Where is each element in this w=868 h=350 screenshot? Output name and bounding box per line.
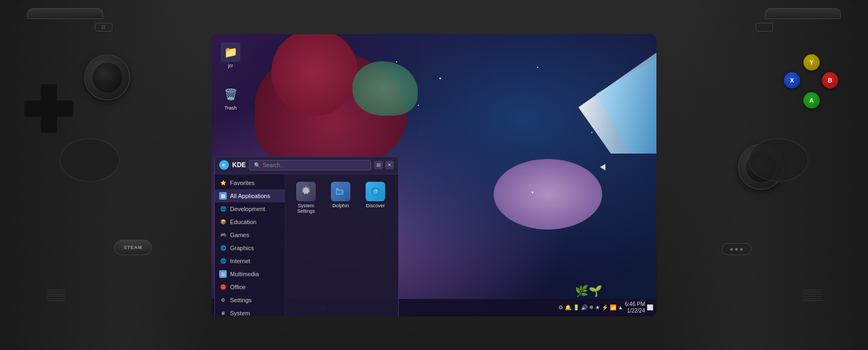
kde-header-btn-1[interactable]: ⊞ bbox=[374, 161, 383, 169]
dpad-vertical bbox=[41, 84, 57, 133]
bluetooth-icon[interactable]: ★ bbox=[595, 304, 600, 310]
dot bbox=[730, 248, 733, 251]
sidebar-item-office[interactable]: 🔴 Office bbox=[215, 281, 285, 294]
network-icon[interactable]: 📶 bbox=[610, 304, 616, 310]
system-settings-icon bbox=[296, 182, 316, 201]
desktop-icons: 📁 jcr 🗑️ Trash bbox=[217, 42, 244, 111]
jcr-icon: 📁 bbox=[224, 46, 238, 59]
comet bbox=[505, 45, 656, 154]
cloud-red bbox=[255, 50, 407, 170]
search-placeholder: Search... bbox=[263, 162, 284, 168]
star bbox=[396, 61, 397, 62]
dpad[interactable] bbox=[24, 84, 73, 133]
kde-logo: K bbox=[219, 160, 229, 170]
shoulder-button-left[interactable] bbox=[27, 8, 103, 19]
star bbox=[537, 67, 538, 68]
favorites-icon: ⭐ bbox=[219, 179, 227, 187]
dolphin-label: Dolphin bbox=[333, 203, 349, 209]
system-icon: 🖥 bbox=[219, 309, 227, 316]
sidebar-item-internet[interactable]: 🌐 Internet bbox=[215, 254, 285, 268]
app-discover[interactable]: Discover bbox=[359, 179, 392, 218]
kde-menu: K KDE 🔍 Search... ⊞ ✕ bbox=[214, 156, 399, 316]
desktop-icon-trash[interactable]: 🗑️ Trash bbox=[217, 85, 244, 111]
cursor bbox=[600, 164, 605, 170]
vent-left bbox=[46, 289, 65, 301]
screen: 🌿🌱 📁 jcr 🗑️ Trash bbox=[212, 34, 656, 316]
star bbox=[439, 78, 441, 79]
star bbox=[532, 192, 533, 193]
dot bbox=[735, 248, 738, 251]
sidebar-item-multimedia[interactable]: ▦ Multimedia bbox=[215, 268, 285, 281]
kde-sidebar: ⭐ Favorites ▦ All Applications 🌐 Develop… bbox=[215, 174, 285, 316]
kde-search-box[interactable]: 🔍 Search... bbox=[249, 160, 371, 170]
vent-right bbox=[803, 289, 822, 301]
abxy-buttons: Y X B A bbox=[784, 54, 838, 109]
games-label: Games bbox=[230, 232, 249, 238]
top-button-right[interactable] bbox=[756, 23, 773, 31]
screen-bezel: 🌿🌱 📁 jcr 🗑️ Trash bbox=[212, 34, 656, 316]
app-system-settings[interactable]: SystemSettings bbox=[290, 179, 322, 218]
office-icon: 🔴 bbox=[219, 283, 227, 291]
steam-label: STEAM bbox=[124, 245, 142, 250]
system-label: System bbox=[230, 310, 250, 316]
trackpad-left[interactable] bbox=[60, 138, 119, 182]
discover-icon bbox=[366, 182, 385, 201]
taskbar-clock[interactable]: 6:46 PM 1/22/24 bbox=[625, 301, 645, 314]
screen-icon[interactable]: ⬜ bbox=[647, 304, 653, 310]
sidebar-item-development[interactable]: 🌐 Development bbox=[215, 202, 285, 215]
search-icon: 🔍 bbox=[254, 162, 260, 168]
b-button[interactable]: B bbox=[822, 72, 838, 88]
y-button[interactable]: Y bbox=[803, 54, 820, 71]
app-dolphin[interactable]: Dolphin bbox=[324, 179, 357, 218]
volume-icon[interactable]: 🔊 bbox=[581, 304, 588, 310]
multimedia-icon: ▦ bbox=[219, 270, 227, 278]
development-label: Development bbox=[230, 206, 265, 212]
education-label: Education bbox=[230, 219, 257, 225]
kde-menu-header: K KDE 🔍 Search... ⊞ ✕ bbox=[215, 157, 398, 174]
desktop-icon-jcr[interactable]: 📁 jcr bbox=[217, 42, 244, 68]
tray-arrow[interactable]: ▲ bbox=[618, 304, 623, 310]
multimedia-label: Multimedia bbox=[230, 271, 259, 277]
top-button-left[interactable]: ⊟ bbox=[95, 23, 112, 31]
system-settings-label: SystemSettings bbox=[297, 203, 315, 215]
trackpad-right[interactable] bbox=[749, 138, 808, 182]
power-icon[interactable]: ⚡ bbox=[602, 304, 608, 310]
sidebar-item-settings[interactable]: ⚙ Settings bbox=[215, 294, 285, 307]
shoulder-button-right[interactable] bbox=[765, 8, 841, 19]
jcr-label: jcr bbox=[228, 63, 233, 68]
steam-deck-device: STEAM ⊟ Y X bbox=[0, 0, 868, 350]
time-display: 6:46 PM bbox=[625, 301, 645, 308]
sidebar-item-favorites[interactable]: ⭐ Favorites bbox=[215, 176, 285, 189]
device-left-body: STEAM ⊟ bbox=[0, 0, 212, 350]
sidebar-item-education[interactable]: 📦 Education bbox=[215, 215, 285, 228]
joystick-left[interactable] bbox=[84, 54, 130, 100]
snow-icon[interactable]: ❄ bbox=[589, 304, 593, 310]
settings-tray-icon[interactable]: ⚙ bbox=[558, 304, 563, 310]
kde-header-btn-close[interactable]: ✕ bbox=[385, 161, 394, 169]
kde-title: KDE bbox=[232, 161, 246, 169]
device-right-body: Y X B A bbox=[656, 0, 868, 350]
office-label: Office bbox=[230, 284, 246, 290]
all-apps-icon: ▦ bbox=[219, 192, 227, 200]
education-icon: 📦 bbox=[219, 218, 227, 226]
dot bbox=[740, 248, 743, 251]
settings-label: Settings bbox=[230, 297, 252, 303]
sidebar-item-system[interactable]: 🖥 System bbox=[215, 307, 285, 316]
sidebar-item-graphics[interactable]: 🌐 Graphics bbox=[215, 241, 285, 254]
settings-icon: ⚙ bbox=[219, 296, 227, 304]
star bbox=[418, 105, 419, 106]
trash-icon: 🗑️ bbox=[224, 88, 238, 101]
development-icon: 🌐 bbox=[219, 205, 227, 213]
favorites-label: Favorites bbox=[230, 180, 254, 186]
notification-icon[interactable]: 🔔 bbox=[565, 304, 571, 310]
x-button[interactable]: X bbox=[784, 72, 800, 88]
a-button[interactable]: A bbox=[803, 92, 820, 109]
sidebar-item-games[interactable]: 🎮 Games bbox=[215, 228, 285, 241]
dots-button[interactable] bbox=[722, 243, 751, 255]
kde-header-buttons: ⊞ ✕ bbox=[374, 161, 394, 169]
steam-button[interactable]: STEAM bbox=[114, 240, 152, 255]
star bbox=[591, 132, 592, 133]
battery-icon[interactable]: 🔋 bbox=[573, 304, 579, 310]
sidebar-item-all-apps[interactable]: ▦ All Applications bbox=[215, 189, 285, 202]
dolphin-icon bbox=[331, 182, 350, 201]
